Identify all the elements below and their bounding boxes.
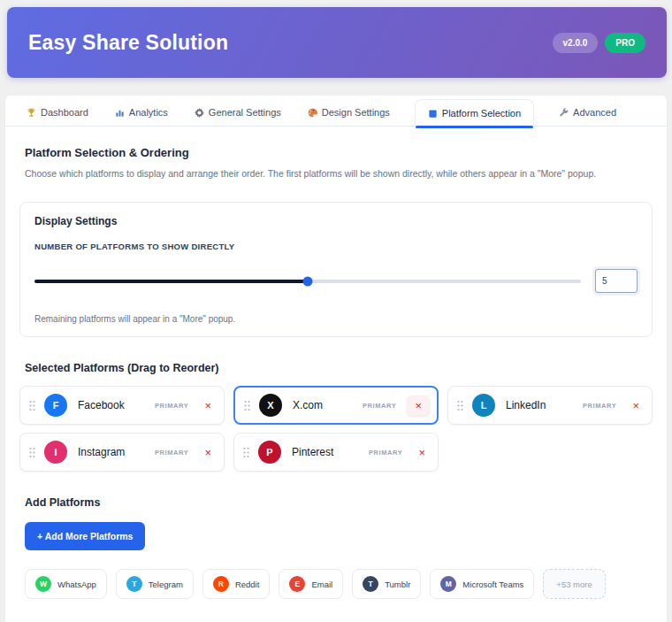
platform-count-input[interactable] <box>595 269 638 293</box>
platform-count-slider[interactable] <box>34 280 581 283</box>
primary-badge: PRIMARY <box>583 402 617 410</box>
page-description: Choose which platforms to display and ar… <box>25 168 653 179</box>
platform-name: Facebook <box>78 399 155 411</box>
platform-count-label: NUMBER OF PLATFORMS TO SHOW DIRECTLY <box>34 242 638 251</box>
add-platforms-title: Add Platforms <box>25 496 653 509</box>
chip-label: Email <box>311 580 332 589</box>
chip-label: Microsoft Teams <box>462 580 523 589</box>
available-platform-chips: W WhatsApp T Telegram R Reddit E Email T… <box>25 569 653 599</box>
whatsapp-icon: W <box>35 576 51 592</box>
tab-dashboard[interactable]: Dashboard <box>25 99 90 126</box>
trophy-icon <box>27 108 36 118</box>
settings-card: Dashboard Analytics General Settings Des… <box>5 96 667 622</box>
version-badge: v2.0.0 <box>553 33 599 53</box>
microsoft-teams-icon: M <box>440 576 456 592</box>
tab-content: Platform Selection & Ordering Choose whi… <box>5 127 667 622</box>
drag-handle-icon[interactable] <box>243 447 249 458</box>
slider-helper-text: Remaining platforms will appear in a "Mo… <box>34 314 638 324</box>
tab-label: Dashboard <box>41 107 88 118</box>
remove-platform-button[interactable]: × <box>407 395 430 416</box>
remove-platform-button[interactable]: × <box>627 398 645 413</box>
chip-label: WhatsApp <box>57 580 96 589</box>
selected-platforms-title: Selected Platforms (Drag to Reorder) <box>25 362 653 374</box>
reddit-icon: R <box>213 576 229 592</box>
tab-advanced[interactable]: Advanced <box>557 99 618 126</box>
chip-label: Tumblr <box>385 580 410 589</box>
primary-badge: PRIMARY <box>369 449 403 457</box>
selected-platforms-grid: F Facebook PRIMARY × X X.com PRIMARY × L… <box>19 386 653 472</box>
platform-card-facebook[interactable]: F Facebook PRIMARY × <box>19 386 225 425</box>
linkedin-icon: L <box>472 394 495 417</box>
xcom-icon: X <box>259 394 282 417</box>
app-title: Easy Share Solution <box>28 31 553 55</box>
display-settings-title: Display Settings <box>34 215 638 227</box>
platform-square-icon <box>428 109 438 119</box>
tab-analytics[interactable]: Analytics <box>113 99 170 126</box>
telegram-icon: T <box>126 576 142 592</box>
primary-badge: PRIMARY <box>155 449 189 457</box>
drag-handle-icon[interactable] <box>457 400 463 411</box>
chip-tumblr[interactable]: T Tumblr <box>352 569 421 599</box>
facebook-icon: F <box>44 394 67 417</box>
tab-design-settings[interactable]: Design Settings <box>306 99 392 126</box>
chip-microsoft-teams[interactable]: M Microsoft Teams <box>430 569 534 599</box>
tab-platform-selection[interactable]: Platform Selection <box>415 99 534 127</box>
pro-badge: PRO <box>605 33 645 53</box>
plugin-header: Easy Share Solution v2.0.0 PRO <box>7 7 667 78</box>
primary-badge: PRIMARY <box>363 402 397 410</box>
platform-card-instagram[interactable]: I Instagram PRIMARY × <box>19 433 225 472</box>
tab-bar: Dashboard Analytics General Settings Des… <box>5 96 667 127</box>
tab-general-settings[interactable]: General Settings <box>193 99 283 126</box>
palette-icon <box>308 108 317 118</box>
remove-platform-button[interactable]: × <box>199 398 217 413</box>
tab-label: Platform Selection <box>442 108 521 119</box>
platform-name: LinkedIn <box>506 399 583 411</box>
remove-platform-button[interactable]: × <box>413 445 431 460</box>
instagram-icon: I <box>44 441 67 464</box>
tab-label: Advanced <box>573 107 616 118</box>
platform-card-pinterest[interactable]: P Pinterest PRIMARY × <box>233 433 439 472</box>
chip-email[interactable]: E Email <box>279 569 343 599</box>
tab-label: Analytics <box>129 107 168 118</box>
chip-telegram[interactable]: T Telegram <box>116 569 194 599</box>
chip-label: Telegram <box>149 580 183 589</box>
display-settings-panel: Display Settings NUMBER OF PLATFORMS TO … <box>19 202 653 337</box>
page-title: Platform Selection & Ordering <box>25 146 653 159</box>
platform-name: Instagram <box>78 446 155 458</box>
remove-platform-button[interactable]: × <box>199 445 217 460</box>
bar-chart-icon <box>115 108 125 118</box>
platform-card-linkedin[interactable]: L LinkedIn PRIMARY × <box>447 386 653 425</box>
drag-handle-icon[interactable] <box>29 447 35 458</box>
wrench-icon <box>559 108 569 118</box>
pinterest-icon: P <box>258 441 281 464</box>
slider-fill <box>34 280 308 283</box>
chip-whatsapp[interactable]: W WhatsApp <box>25 569 107 599</box>
platform-name: X.com <box>293 399 363 411</box>
chip-label: Reddit <box>235 580 259 589</box>
email-icon: E <box>289 576 305 592</box>
add-more-platforms-button[interactable]: + Add More Platforms <box>25 522 145 550</box>
tab-label: General Settings <box>209 107 281 118</box>
drag-handle-icon[interactable] <box>244 400 250 411</box>
platform-name: Pinterest <box>292 446 369 458</box>
slider-thumb[interactable] <box>303 276 313 286</box>
tumblr-icon: T <box>363 576 378 592</box>
primary-badge: PRIMARY <box>155 402 189 410</box>
gear-icon <box>195 108 204 118</box>
drag-handle-icon[interactable] <box>29 400 35 411</box>
tab-label: Design Settings <box>322 107 390 118</box>
chip-more-platforms[interactable]: +53 more <box>543 569 605 599</box>
chip-reddit[interactable]: R Reddit <box>202 569 270 599</box>
platform-card-xcom[interactable]: X X.com PRIMARY × <box>233 386 439 425</box>
